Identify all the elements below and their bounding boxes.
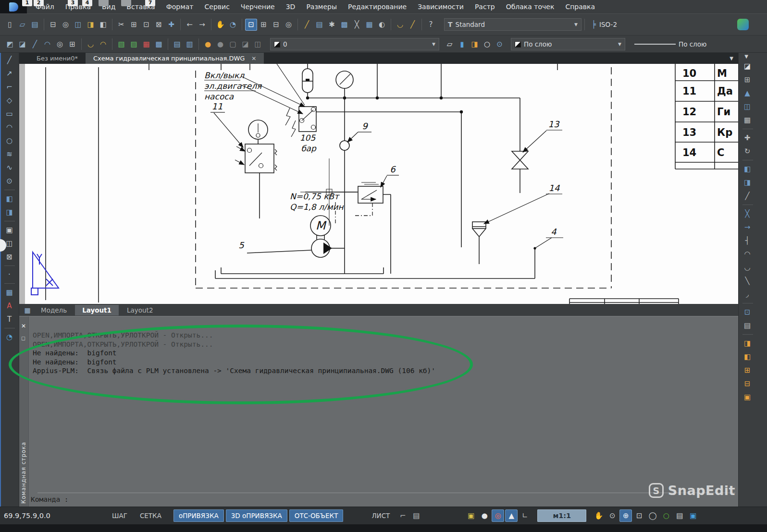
freeze-icon[interactable]: ▢: [227, 38, 239, 50]
text-style-combo[interactable]: T Standard ▼: [444, 18, 581, 31]
export-pdf-icon[interactable]: ◫: [72, 19, 84, 31]
bulb-icon[interactable]: ●: [478, 509, 491, 522]
paste-icon[interactable]: ⊡: [140, 19, 152, 31]
chevron-down-icon[interactable]: ▼: [618, 42, 621, 47]
web-icon[interactable]: ◐: [376, 19, 388, 31]
zoom-window-icon[interactable]: ⊡: [245, 19, 257, 31]
draft-edit-icon[interactable]: ╱: [301, 19, 313, 31]
color-combo[interactable]: По слою ▼: [511, 38, 625, 50]
chip-blue-icon[interactable]: ▮: [456, 38, 468, 50]
layer-combo[interactable]: 0 ▼: [270, 38, 439, 50]
spline-icon[interactable]: ∿: [3, 161, 16, 174]
copy-icon[interactable]: ⊞: [128, 19, 140, 31]
toggle-3d-osnap[interactable]: 3D оПРИВЯЗКА: [226, 509, 287, 522]
properties-icon[interactable]: ▤: [313, 19, 325, 31]
arc-tool-icon[interactable]: ◡: [85, 38, 97, 50]
chevron-down-icon[interactable]: ▼: [740, 54, 753, 59]
join-icon[interactable]: ◡: [741, 261, 754, 274]
menu-item[interactable]: Справка: [565, 3, 595, 11]
limits-icon[interactable]: ◡: [394, 19, 406, 31]
line-icon[interactable]: ╱: [3, 54, 16, 66]
cursor-select-icon[interactable]: ▲: [505, 509, 518, 522]
erase-icon[interactable]: ◪: [741, 60, 754, 73]
pan-hand-icon[interactable]: ✋: [593, 509, 605, 522]
block-edit-icon[interactable]: ⊠: [3, 251, 16, 263]
reference-icon[interactable]: ◎: [54, 38, 66, 50]
draworder-above-icon[interactable]: ⊞: [741, 364, 754, 376]
plugin-logo-icon[interactable]: [737, 19, 749, 30]
dim-style-value[interactable]: ISO-2: [599, 21, 617, 28]
copy-object-icon[interactable]: ⊞: [741, 73, 754, 86]
drawing-canvas[interactable]: 9 6 N=0,75 кВт Q=1,8 л/мин М: [19, 64, 738, 304]
zoom-object-icon[interactable]: ◎: [283, 19, 295, 31]
help-icon[interactable]: ?: [425, 19, 437, 31]
rotate-icon[interactable]: ↻: [741, 145, 754, 157]
angle-icon[interactable]: ◠: [41, 38, 53, 50]
measure-icon[interactable]: ╱: [29, 38, 41, 50]
undo-icon[interactable]: ←: [184, 19, 196, 31]
menu-item[interactable]: Формат: [166, 3, 194, 11]
toggle-grid[interactable]: СЕТКА: [135, 509, 167, 522]
image-attach-icon[interactable]: ▣: [3, 224, 16, 236]
close-icon[interactable]: ✕: [21, 323, 26, 329]
view-3d-icon[interactable]: ▤: [171, 38, 183, 50]
menu-item[interactable]: Черчение: [241, 3, 275, 11]
scale-button[interactable]: м1:1: [537, 509, 586, 522]
menu-item[interactable]: Растр: [475, 3, 495, 11]
hatch-icon[interactable]: ◨: [3, 206, 16, 218]
design-center-icon[interactable]: ✱: [326, 19, 338, 31]
toggle-osnap[interactable]: оПРИВЯЗКА: [173, 509, 224, 522]
zoom-realtime-icon[interactable]: ◔: [227, 19, 239, 31]
scale-icon[interactable]: ◧: [741, 163, 754, 175]
menu-item[interactable]: Размеры: [306, 3, 337, 11]
polyline-icon[interactable]: ⌐: [3, 81, 16, 93]
move-icon[interactable]: ✚: [741, 132, 754, 144]
table-icon[interactable]: ▦: [3, 286, 16, 299]
ray-icon[interactable]: ↗: [3, 67, 16, 80]
tab-model[interactable]: Модель: [34, 305, 74, 315]
doc-tab-schema[interactable]: Схема гидравлическая принципиальная.DWG …: [86, 53, 264, 64]
layer-state-icon[interactable]: ▨: [128, 38, 140, 50]
break-point-icon[interactable]: ┤: [741, 234, 754, 247]
polygon-icon[interactable]: ◇: [3, 94, 16, 107]
bulb-off-icon[interactable]: ●: [214, 38, 226, 50]
zoom-scale-icon[interactable]: ⊟: [270, 19, 282, 31]
chevron-down-icon[interactable]: ▼: [574, 22, 578, 27]
layer-bulb-icon[interactable]: ●: [202, 38, 214, 50]
array-icon[interactable]: ▦: [741, 114, 754, 126]
text-icon[interactable]: T: [3, 313, 16, 326]
fillet-icon[interactable]: ◞: [741, 288, 754, 301]
text-style-icon[interactable]: A: [3, 300, 16, 312]
dock-icon[interactable]: ◻: [21, 336, 25, 341]
explode-icon[interactable]: ⊡: [741, 306, 754, 318]
linetype-combo[interactable]: По слою: [631, 38, 723, 50]
print-preview-icon[interactable]: ◎: [60, 19, 72, 31]
new-file-icon[interactable]: ▯: [4, 19, 16, 31]
chevron-down-icon[interactable]: ▼: [432, 42, 435, 47]
paste-special-icon[interactable]: ⊠: [153, 19, 165, 31]
trim-icon[interactable]: ╳: [741, 207, 754, 220]
draworder-annot-icon[interactable]: ▣: [741, 391, 754, 403]
rectangle-icon[interactable]: ▭: [3, 108, 16, 120]
draworder-below-icon[interactable]: ⊟: [741, 377, 754, 390]
flat-shot-icon[interactable]: ▱: [444, 38, 456, 50]
menu-item[interactable]: 3D: [286, 3, 296, 11]
stretch-icon[interactable]: ◨: [741, 176, 754, 189]
close-tab-icon[interactable]: ✕: [251, 55, 256, 62]
open-file-icon[interactable]: ▱: [16, 19, 28, 31]
plot-faded-icon[interactable]: ◫: [252, 38, 264, 50]
sphere-icon[interactable]: ◔: [3, 331, 16, 343]
mirror-icon[interactable]: ▲: [741, 87, 754, 99]
region-icon[interactable]: ◧: [3, 193, 16, 205]
notification-icon[interactable]: ▣: [465, 509, 477, 522]
lengthen-icon[interactable]: ╱: [741, 190, 754, 202]
toggle-otrack[interactable]: ОТС-ОБЪЕКТ: [289, 509, 344, 522]
layer-alert-icon[interactable]: ▦: [140, 38, 152, 50]
zoom-dynamic-icon[interactable]: ⊞: [258, 19, 270, 31]
ellipse-o-icon[interactable]: ○: [481, 38, 493, 50]
circle-icon[interactable]: ○: [3, 134, 16, 147]
sheets-icon[interactable]: ▤: [673, 509, 686, 522]
point-icon[interactable]: ·: [3, 268, 16, 281]
revision-cloud-icon[interactable]: ≋: [3, 148, 16, 160]
dynamic-input-icon[interactable]: ∟: [519, 509, 531, 522]
